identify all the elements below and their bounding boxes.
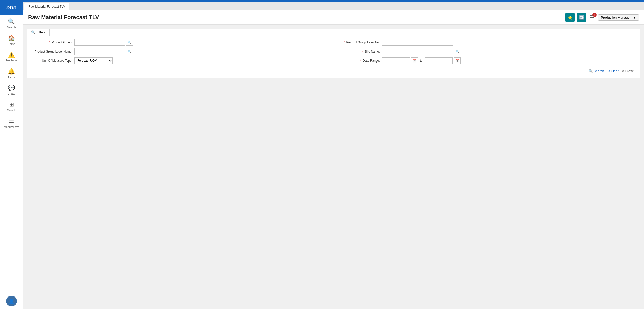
required-asterisk3: * xyxy=(362,50,363,53)
required-asterisk5: * xyxy=(360,59,361,63)
sidebar-item-search[interactable]: 🔍 Search xyxy=(0,15,23,32)
content-header: Raw Material Forecast TLV ⭐ 🔄 ☰ 1 Produc… xyxy=(23,10,644,25)
date-range-to-label: to xyxy=(419,59,424,63)
product-group-search-button[interactable]: 🔍 xyxy=(126,39,133,46)
search-action-icon: 🔍 xyxy=(589,69,593,73)
sidebar-item-label: Problems xyxy=(5,59,17,62)
sidebar-item-label: Chats xyxy=(8,92,15,95)
sidebar-item-switch[interactable]: ⊞ Switch xyxy=(0,98,23,115)
close-action-link[interactable]: ✕ Close xyxy=(622,68,634,74)
filters-tab[interactable]: 🔍 Filters xyxy=(27,29,50,36)
refresh-button[interactable]: 🔄 xyxy=(577,13,586,22)
header-actions: ⭐ 🔄 ☰ 1 Production Manager ▼ xyxy=(565,13,639,22)
favorite-button[interactable]: ⭐ xyxy=(565,13,575,22)
filters-tab-label: Filters xyxy=(36,30,45,34)
required-asterisk4: * xyxy=(39,59,41,63)
switch-icon: ⊞ xyxy=(9,101,14,108)
date-range-half: * Date Range: 📅 to 📅 xyxy=(339,57,636,64)
tab-bar: Raw Material Forecast TLV xyxy=(23,2,644,10)
sidebar-item-alerts[interactable]: 🔔 Alerts xyxy=(0,65,23,82)
filter-tab-search-icon: 🔍 xyxy=(31,30,35,34)
menu-icon: ☰ xyxy=(9,118,14,125)
product-group-input[interactable] xyxy=(74,39,125,46)
clear-action-link[interactable]: ↺ Clear xyxy=(607,68,619,74)
main-area: Raw Material Forecast TLV Raw Material F… xyxy=(23,0,644,309)
date-range-label: * Date Range: xyxy=(339,59,382,63)
filter-actions: 🔍 Search ↺ Clear ✕ Close xyxy=(31,67,636,74)
product-group-level-no-input-group xyxy=(382,39,453,46)
user-label: Production Manager xyxy=(601,16,631,19)
notification-badge: 1 xyxy=(592,13,597,17)
product-group-level-name-label: Product Group Level Name: xyxy=(31,50,74,53)
date-range-from-input[interactable] xyxy=(382,57,410,64)
user-dropdown[interactable]: Production Manager ▼ xyxy=(598,14,639,21)
app-logo[interactable]: one xyxy=(0,0,23,15)
warning-icon: ⚠️ xyxy=(8,52,15,58)
avatar-icon: 👤 xyxy=(9,298,14,304)
sidebar-item-label: Home xyxy=(8,42,15,45)
date-range-group: 📅 to 📅 xyxy=(382,57,461,64)
sidebar-item-label: Menus/Favs xyxy=(4,125,19,128)
uom-select[interactable]: Forecast UOM xyxy=(74,57,113,64)
chevron-down-icon: ▼ xyxy=(633,16,636,19)
close-action-label: Close xyxy=(625,69,634,73)
required-asterisk: * xyxy=(49,41,50,44)
filter-row-3: * Unit Of Measure Type: Forecast UOM * xyxy=(31,57,636,64)
uom-half: * Unit Of Measure Type: Forecast UOM xyxy=(31,57,329,64)
clear-action-icon: ↺ xyxy=(607,69,610,73)
filters-body: * Product Group: 🔍 * Product Group Level… xyxy=(27,36,640,78)
search-action-label: Search xyxy=(594,69,604,73)
site-name-half: * Site Name: 🔍 xyxy=(339,48,636,55)
search-icon: 🔍 xyxy=(8,18,15,25)
notifications-button[interactable]: ☰ 1 xyxy=(589,13,596,21)
product-group-level-name-input-group: 🔍 xyxy=(74,48,133,55)
site-name-search-button[interactable]: 🔍 xyxy=(454,48,461,55)
uom-label: * Unit Of Measure Type: xyxy=(31,59,74,63)
content-area: 🔍 Filters * Product Group: 🔍 xyxy=(23,25,644,309)
calendar-to-button[interactable]: 📅 xyxy=(454,57,461,64)
top-bar xyxy=(23,0,644,2)
chat-icon: 💬 xyxy=(8,85,15,91)
uom-input-group: Forecast UOM xyxy=(74,57,113,64)
calendar-from-button[interactable]: 📅 xyxy=(411,57,418,64)
sidebar: one 🔍 Search 🏠 Home ⚠️ Problems 🔔 Alerts… xyxy=(0,0,23,309)
home-icon: 🏠 xyxy=(8,35,15,42)
site-name-label: * Site Name: xyxy=(339,50,382,53)
close-action-icon: ✕ xyxy=(622,69,625,73)
product-group-level-no-label: * Product Group Level No: xyxy=(339,41,382,44)
clear-action-label: Clear xyxy=(611,69,619,73)
product-group-input-group: 🔍 xyxy=(74,39,133,46)
page-title: Raw Material Forecast TLV xyxy=(28,14,99,21)
filters-tab-bar: 🔍 Filters xyxy=(27,29,640,36)
site-name-input[interactable] xyxy=(382,48,453,55)
product-group-level-name-search-button[interactable]: 🔍 xyxy=(126,48,133,55)
product-group-level-no-input[interactable] xyxy=(382,39,453,46)
sidebar-item-label: Switch xyxy=(7,109,15,112)
date-range-to-input[interactable] xyxy=(425,57,453,64)
product-group-level-no-half: * Product Group Level No: xyxy=(339,39,636,46)
product-group-level-name-half: Product Group Level Name: 🔍 xyxy=(31,48,329,55)
bell-icon: 🔔 xyxy=(8,68,15,75)
required-asterisk2: * xyxy=(344,41,345,44)
filter-row-2: Product Group Level Name: 🔍 * Site Name: xyxy=(31,48,636,55)
product-group-level-name-input[interactable] xyxy=(74,48,125,55)
avatar[interactable]: 👤 xyxy=(6,296,17,306)
tab-label: Raw Material Forecast TLV xyxy=(28,5,65,8)
sidebar-item-label: Alerts xyxy=(8,76,15,79)
site-name-input-group: 🔍 xyxy=(382,48,461,55)
search-action-link[interactable]: 🔍 Search xyxy=(589,68,604,74)
filter-row-1: * Product Group: 🔍 * Product Group Level… xyxy=(31,39,636,46)
sidebar-item-chats[interactable]: 💬 Chats xyxy=(0,82,23,98)
product-group-half: * Product Group: 🔍 xyxy=(31,39,329,46)
product-group-label: * Product Group: xyxy=(31,41,74,44)
sidebar-item-problems[interactable]: ⚠️ Problems xyxy=(0,48,23,65)
sidebar-item-menus[interactable]: ☰ Menus/Favs xyxy=(0,115,23,131)
filters-panel: 🔍 Filters * Product Group: 🔍 xyxy=(27,29,640,78)
sidebar-item-home[interactable]: 🏠 Home xyxy=(0,32,23,48)
sidebar-item-label: Search xyxy=(7,26,16,29)
logo-text: one xyxy=(6,4,16,11)
active-tab[interactable]: Raw Material Forecast TLV xyxy=(24,3,69,10)
